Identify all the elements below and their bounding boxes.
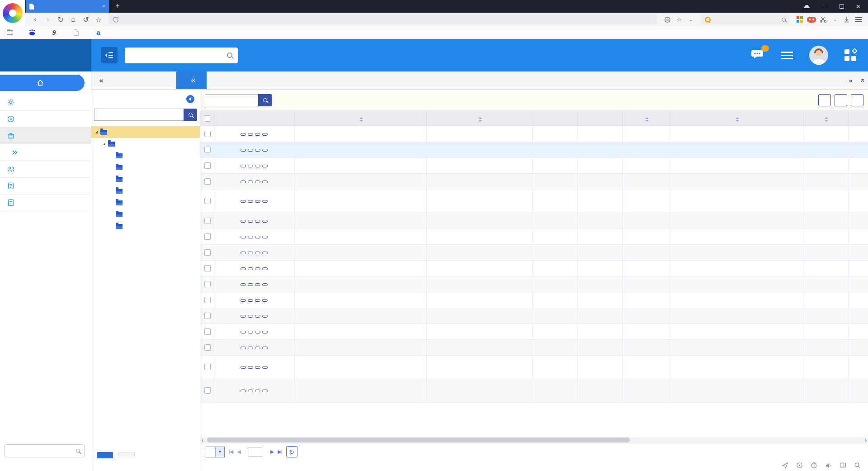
action-edit-button[interactable] (255, 220, 260, 223)
action-download-button[interactable] (248, 181, 253, 183)
scroll-left-icon[interactable]: ‹ (202, 437, 203, 443)
bookmark-item[interactable]: 9 (51, 29, 60, 36)
action-download-button[interactable] (248, 315, 253, 318)
action-download-button[interactable] (248, 299, 253, 302)
action-preview-button[interactable] (241, 331, 246, 333)
row-checkbox[interactable] (204, 265, 211, 271)
action-preview-button[interactable] (241, 347, 246, 349)
app-switcher-icon[interactable] (844, 49, 856, 61)
sort-icon[interactable] (825, 117, 828, 122)
action-download-button[interactable] (248, 200, 253, 203)
global-search-input[interactable] (130, 52, 223, 59)
bookmark-star-icon[interactable]: ☆ (674, 16, 684, 23)
sidebar-item[interactable] (0, 128, 91, 144)
action-delete-button[interactable] (262, 165, 268, 167)
tab-3[interactable] (155, 71, 176, 89)
action-edit-button[interactable] (255, 200, 260, 203)
tab-2[interactable] (133, 71, 155, 89)
sidebar-toggle-icon[interactable] (840, 462, 846, 468)
boost-icon[interactable] (782, 462, 788, 469)
action-edit-button[interactable] (255, 299, 260, 302)
action-preview-button[interactable] (241, 200, 246, 203)
sidebar-item[interactable] (0, 161, 91, 178)
action-download-button[interactable] (248, 149, 253, 152)
sidebar-item[interactable] (0, 195, 91, 211)
forward-button[interactable]: › (42, 15, 53, 24)
sidebar-item[interactable] (0, 94, 91, 111)
action-preview-button[interactable] (241, 315, 246, 318)
action-delete-button[interactable] (262, 236, 268, 238)
close-tab-icon[interactable]: ⊗ (191, 77, 196, 84)
scroll-right-icon[interactable]: › (865, 437, 867, 443)
tree-node[interactable] (91, 220, 200, 232)
tabs-scroll-right-icon[interactable]: » (849, 76, 852, 84)
screenshot-scissors-icon[interactable] (818, 16, 828, 23)
action-download-button[interactable] (248, 252, 253, 254)
tab-4[interactable]: ⊗ (176, 71, 207, 89)
action-download-button[interactable] (248, 236, 253, 238)
chevron-down-icon[interactable]: ⌄ (830, 17, 840, 22)
page-search-icon[interactable] (854, 462, 861, 469)
row-checkbox[interactable] (204, 162, 211, 169)
tree-node[interactable] (91, 197, 200, 209)
row-checkbox[interactable] (204, 147, 211, 153)
mute-icon[interactable] (825, 462, 832, 469)
home-button[interactable]: ⌂ (68, 15, 79, 24)
action-edit-button[interactable] (255, 165, 260, 167)
restore-button[interactable]: ↺ (80, 15, 91, 24)
bookmark-item[interactable] (6, 29, 16, 36)
column-header[interactable] (803, 110, 848, 126)
action-preview-button[interactable] (241, 283, 246, 286)
column-header[interactable] (294, 110, 426, 126)
panel-collapse-icon[interactable] (186, 95, 194, 103)
messages-button[interactable] (750, 48, 765, 62)
action-delete-button[interactable] (262, 220, 268, 223)
action-edit-button[interactable] (255, 181, 260, 183)
action-preview-button[interactable] (241, 299, 246, 302)
menu-search[interactable] (5, 444, 85, 457)
quick-search[interactable] (205, 94, 272, 106)
reader-mode-icon[interactable] (662, 16, 672, 23)
page-number-input[interactable] (249, 447, 262, 457)
tree-node[interactable] (91, 162, 200, 173)
action-preview-button[interactable] (241, 149, 246, 152)
close-tab-icon[interactable]: × (102, 3, 105, 10)
action-download-button[interactable] (248, 347, 253, 349)
column-header[interactable] (214, 110, 294, 126)
action-edit-button[interactable] (255, 366, 260, 369)
tree-node[interactable] (91, 138, 200, 150)
sort-icon[interactable] (645, 117, 649, 122)
column-header[interactable] (622, 110, 670, 126)
action-delete-button[interactable] (262, 133, 268, 136)
action-edit-button[interactable] (255, 252, 260, 254)
sort-icon[interactable] (736, 117, 739, 122)
tree-filter[interactable] (94, 109, 197, 121)
tree-node[interactable] (91, 209, 200, 220)
action-delete-button[interactable] (262, 252, 268, 254)
favorite-star-icon[interactable]: ☆ (93, 15, 104, 24)
column-header[interactable] (426, 110, 532, 126)
first-page-button[interactable]: |◀ (229, 449, 233, 455)
action-download-button[interactable] (248, 133, 253, 136)
sort-icon[interactable] (359, 117, 363, 122)
tree-filter-search-button[interactable] (184, 109, 197, 121)
action-edit-button[interactable] (255, 315, 260, 318)
column-header[interactable] (532, 110, 577, 126)
transfer-revoke-button[interactable] (818, 94, 831, 106)
action-edit-button[interactable] (255, 267, 260, 270)
action-delete-button[interactable] (262, 331, 268, 333)
scrollbar-thumb[interactable] (207, 438, 630, 442)
expand-caret-icon[interactable] (103, 143, 105, 145)
row-checkbox[interactable] (204, 198, 211, 204)
quick-search-input[interactable] (205, 94, 258, 106)
action-preview-button[interactable] (241, 390, 246, 392)
bookmark-item[interactable] (28, 29, 38, 36)
menu-search-input[interactable] (9, 448, 73, 454)
search-icon[interactable] (782, 18, 786, 22)
row-checkbox[interactable] (204, 178, 211, 185)
collapse-up-icon[interactable]: » (858, 78, 865, 82)
apps-grid-icon[interactable] (795, 16, 805, 23)
column-header[interactable] (577, 110, 622, 126)
category-button[interactable] (97, 452, 113, 458)
action-download-button[interactable] (248, 267, 253, 270)
